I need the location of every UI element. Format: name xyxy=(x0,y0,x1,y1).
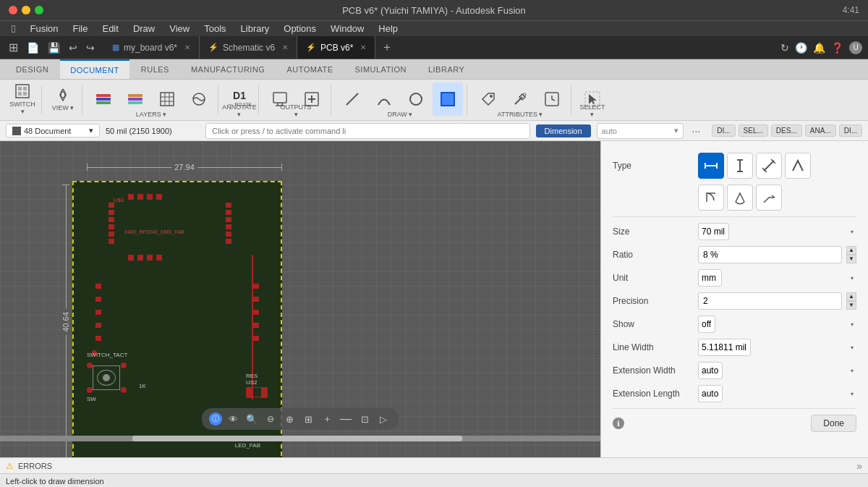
pad-r2 xyxy=(226,210,231,215)
type-btn-angular[interactable] xyxy=(698,185,724,211)
redo-icon[interactable]: ↪ xyxy=(83,42,98,54)
view-tab-di[interactable]: DI... xyxy=(712,124,735,137)
toolbar-tab-library[interactable]: LIBRARY xyxy=(418,59,475,79)
show-label: Show xyxy=(613,319,692,329)
info-btn[interactable]: ⓘ xyxy=(209,412,222,425)
type-btn-parallel[interactable] xyxy=(756,153,782,179)
toolbar-tab-document[interactable]: DOCUMENT xyxy=(60,59,129,79)
unit-select[interactable]: mm mil inch xyxy=(698,269,722,287)
menu-view[interactable]: View xyxy=(163,21,195,36)
mode-selector[interactable]: auto ▾ xyxy=(597,123,684,139)
select-tool-btn[interactable]: ⊡ xyxy=(357,411,373,427)
ratio-input[interactable] xyxy=(698,246,842,263)
toolbar-tab-rules[interactable]: RULES xyxy=(131,59,179,79)
ext-width-select[interactable]: auto xyxy=(698,362,723,379)
command-input[interactable] xyxy=(205,123,530,139)
tab-schematic-close[interactable]: ✕ xyxy=(282,43,288,51)
new-file-icon[interactable]: 📄 xyxy=(24,42,42,54)
type-btn-rotated[interactable] xyxy=(785,153,811,179)
tab-schematic[interactable]: ⚡ Schematic v6 ✕ xyxy=(200,36,297,59)
errors-expand-btn[interactable]: » xyxy=(856,460,862,472)
mid-pad-r5 xyxy=(253,336,259,341)
draw-rect-button[interactable] xyxy=(433,82,463,116)
tab-pcb-close[interactable]: ✕ xyxy=(360,43,366,51)
toolbar-tab-design[interactable]: DESIGN xyxy=(6,59,59,79)
more-options-button[interactable]: ··· xyxy=(689,125,704,137)
visibility-btn[interactable]: 👁 xyxy=(225,411,241,427)
menu-tools[interactable]: Tools xyxy=(198,21,231,36)
draw-line-button[interactable] xyxy=(337,82,367,116)
ratio-up-btn[interactable]: ▲ xyxy=(846,246,856,255)
save-icon[interactable]: 💾 xyxy=(45,42,63,54)
tab-board[interactable]: ▦ my_board v6* ✕ xyxy=(103,36,200,59)
show-select[interactable]: off on xyxy=(698,316,715,333)
maximize-button[interactable] xyxy=(35,6,43,14)
view-tab-ana[interactable]: ANA... xyxy=(805,124,836,137)
menu-fusion[interactable]: Fusion xyxy=(24,21,64,36)
menu-window[interactable]: Window xyxy=(325,21,370,36)
svg-rect-1 xyxy=(18,87,22,90)
menu-options[interactable]: Options xyxy=(278,21,322,36)
layers-button-4[interactable] xyxy=(184,82,214,116)
draw-label: DRAW ▾ xyxy=(388,111,413,119)
ext-width-label: Extension Width xyxy=(613,365,692,376)
switch-button[interactable]: SWITCH ▾ xyxy=(7,82,38,116)
type-btn-leader[interactable] xyxy=(756,185,782,211)
panel-info-icon[interactable]: ℹ xyxy=(613,418,624,429)
ext-length-select[interactable]: auto xyxy=(698,385,723,402)
toolbar-tab-automate[interactable]: AUTOMATE xyxy=(276,59,343,79)
menu-help[interactable]: Help xyxy=(373,21,404,36)
add-btn[interactable]: ＋ xyxy=(319,411,335,427)
new-tab-button[interactable]: ＋ xyxy=(375,36,399,59)
precision-input[interactable] xyxy=(698,292,842,310)
h-scrollbar-thumb[interactable] xyxy=(132,436,463,441)
document-selector[interactable]: 48 Document ▾ xyxy=(6,124,100,137)
zoom-in-btn[interactable]: 🔍 xyxy=(244,411,260,427)
type-btn-arc[interactable] xyxy=(727,185,753,211)
apple-menu[interactable]:  xyxy=(6,22,21,35)
zoom-out-btn[interactable]: ⊖ xyxy=(263,411,278,427)
h-scrollbar-track[interactable] xyxy=(0,436,600,441)
precision-up-btn[interactable]: ▲ xyxy=(846,292,856,301)
toolbar-tab-simulation[interactable]: SIMULATION xyxy=(345,59,417,79)
line-width-select[interactable]: 5.11811 mil xyxy=(698,339,751,356)
done-button[interactable]: Done xyxy=(811,415,856,432)
fit-view-btn[interactable]: ⊕ xyxy=(281,411,297,427)
clock-icon[interactable]: 🕐 xyxy=(795,42,807,54)
view-tab-di2[interactable]: DI... xyxy=(839,124,862,137)
canvas-area[interactable]: 27.94 40.64 U$1 xyxy=(0,141,600,457)
minimize-button[interactable] xyxy=(22,6,30,14)
tab-pcb[interactable]: ⚡ PCB v6* ✕ xyxy=(297,36,375,59)
sw-pad-tl xyxy=(87,363,93,368)
undo-icon[interactable]: ↩ xyxy=(66,42,80,54)
ic-label-us1: U$1 xyxy=(114,194,124,204)
close-button[interactable] xyxy=(9,6,17,14)
tab-board-close[interactable]: ✕ xyxy=(184,43,190,51)
remove-btn[interactable]: — xyxy=(338,411,354,427)
menu-edit[interactable]: Edit xyxy=(96,21,124,36)
size-select[interactable]: 70 mil xyxy=(698,223,729,240)
ratio-down-btn[interactable]: ▼ xyxy=(846,255,856,263)
user-avatar[interactable]: U xyxy=(849,41,862,54)
bell-icon[interactable]: 🔔 xyxy=(813,42,825,54)
precision-down-btn[interactable]: ▼ xyxy=(846,301,856,310)
refresh-icon[interactable]: ↻ xyxy=(780,42,789,54)
traffic-lights[interactable] xyxy=(9,6,43,14)
svg-rect-9 xyxy=(128,94,142,97)
type-btn-horizontal[interactable] xyxy=(698,153,724,179)
apps-icon[interactable]: ⊞ xyxy=(6,41,21,54)
view-button[interactable]: VIEW ▾ xyxy=(48,82,78,116)
view-tab-des[interactable]: DES... xyxy=(771,124,802,137)
view-tab-sel[interactable]: SEL... xyxy=(739,124,768,137)
toolbar-tab-manufacturing[interactable]: MANUFACTURING xyxy=(181,59,275,79)
layers-button-1[interactable] xyxy=(88,82,119,116)
grid-btn[interactable]: ⊞ xyxy=(300,411,316,427)
type-btn-vertical[interactable] xyxy=(727,153,753,179)
menu-draw[interactable]: Draw xyxy=(127,21,161,36)
navigate-btn[interactable]: ▷ xyxy=(375,411,391,427)
help-icon[interactable]: ❓ xyxy=(831,42,843,54)
res-pad-l xyxy=(247,388,252,398)
menu-library[interactable]: Library xyxy=(235,21,276,36)
menu-file[interactable]: File xyxy=(67,21,94,36)
dimension-button[interactable]: Dimension xyxy=(536,124,591,137)
